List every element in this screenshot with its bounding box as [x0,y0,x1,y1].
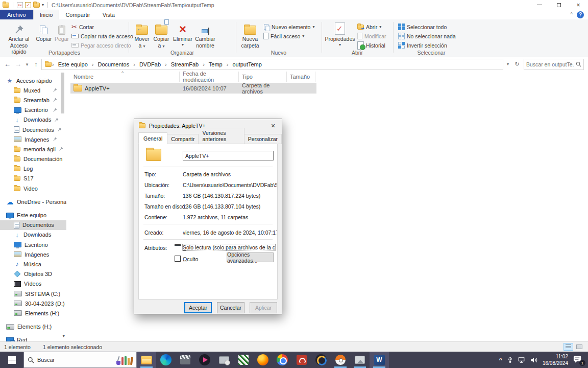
sidebar-item-videos[interactable]: Vídeos [0,279,66,289]
clock[interactable]: 11:02 16/08/2024 [543,353,568,366]
taskbar-vnc[interactable] [234,352,253,368]
taskbar-clapper-app[interactable] [176,352,195,368]
cut-button[interactable]: ✂Cortar [71,22,94,31]
open-button[interactable]: Abrir▾ [357,22,381,31]
taskbar-acrobat[interactable] [292,352,311,368]
dialog-close-icon[interactable]: × [264,119,282,132]
taskbar-media-player[interactable] [195,352,214,368]
sidebar-item-log[interactable]: Log [0,164,66,174]
recent-locations-icon[interactable]: ▾ [23,59,31,70]
sidebar-item-s17[interactable]: S17 [0,174,66,183]
back-button[interactable]: ← [2,59,13,70]
sidebar-item-d-drive[interactable]: 30-04-2023 (D:) [0,298,66,308]
dialog-tab-compartir[interactable]: Compartir [167,134,199,144]
properties-shortcut-icon[interactable]: ✂ [17,2,23,8]
sidebar-onedrive[interactable]: ☁OneDrive - Personal [0,197,66,206]
move-to-button[interactable]: ← Mover a ▾ [133,21,151,49]
edit-button[interactable]: Modificar [357,32,386,40]
select-none-button[interactable]: No seleccionar nada [398,32,456,40]
sidebar-this-pc[interactable]: Este equipo [0,210,66,220]
new-folder-button[interactable]: Nuevacarpeta [240,21,260,49]
sidebar-item-escritorio[interactable]: Escritorio [0,105,66,115]
hidden-label[interactable]: Oculto [183,256,213,262]
taskbar-remote-desktop[interactable] [214,352,234,368]
taskbar-streamfab[interactable] [331,352,350,368]
tab-vista[interactable]: Vista [96,10,121,19]
qat-dropdown-icon[interactable]: ▾ [42,3,44,7]
sidebar-item-musica[interactable]: ♪Música [0,259,66,269]
properties-shortcut-icon[interactable]: ✓ [25,2,31,8]
taskbar-firefox[interactable] [253,352,273,368]
ok-button[interactable]: Aceptar [184,302,212,313]
taskbar-search[interactable]: Buscar [23,352,137,368]
taskbar-chrome[interactable] [273,352,292,368]
properties-button[interactable]: Propiedades ▾ [326,21,354,47]
paste-button[interactable]: Pegar [53,21,70,42]
taskbar-edge[interactable] [156,352,176,368]
sidebar-quick-access[interactable]: ★Acceso rápido [0,76,66,85]
sidebar-item-sistema-c[interactable]: SISTEMA (C:) [0,289,66,298]
sidebar-item-objetos-3d[interactable]: Objetos 3D [0,269,66,279]
new-item-button[interactable]: Nuevo elemento▾ [263,22,314,31]
dialog-tab-versiones[interactable]: Versiones anteriores [199,128,244,144]
taskbar-file-explorer[interactable] [137,352,156,368]
sidebar-item-imagenes-pc[interactable]: Imágenes [0,249,66,259]
breadcrumb[interactable]: › Este equipo › Documentos › DVDFab › St… [41,59,503,70]
sidebar-item-muxed[interactable]: Muxed [0,85,66,95]
sidebar-item-memoria-agil[interactable]: memoria ágil [0,144,66,154]
sidebar-item-documentacion[interactable]: Documentación [0,154,66,164]
delete-button[interactable]: × Eliminar ▾ [173,21,193,47]
invert-selection-button[interactable]: Invertir selección [398,41,447,50]
cancel-button[interactable]: Cancelar [217,302,244,313]
column-header-type[interactable]: Tipo [239,72,287,82]
search-input[interactable] [526,61,574,67]
crumb-dvdfab[interactable]: DVDFab [136,61,164,67]
tray-expand-icon[interactable]: ^ [499,357,502,363]
taskbar-dvdfab[interactable] [311,352,331,368]
taskbar-photos[interactable] [350,352,370,368]
sidebar-scroll-down-icon[interactable]: ▾ [62,333,65,338]
start-button[interactable] [0,352,23,368]
sidebar-scrollbar-thumb[interactable] [61,73,64,113]
sidebar-item-imagenes-qa[interactable]: Imágenes [0,134,66,144]
up-button[interactable]: ↑ [31,59,41,70]
sidebar-item-escritorio-pc[interactable]: Escritorio [0,240,66,249]
dialog-tab-personalizar[interactable]: Personalizar [244,134,282,144]
crumb-este-equipo[interactable]: Este equipo [55,61,91,67]
thumbnails-view-button[interactable] [574,343,584,351]
folder-name-input[interactable] [183,151,274,160]
sidebar-network[interactable]: Red [0,335,66,341]
refresh-icon[interactable]: ↻ [512,59,522,70]
new-folder-shortcut-icon[interactable] [33,3,40,8]
select-all-button[interactable]: Seleccionar todo [398,22,447,31]
sidebar-item-elements-h[interactable]: Elements (H:) [0,308,66,318]
sidebar-elements-drive[interactable]: Elements (H:) [0,322,66,332]
sidebar-item-downloads-pc[interactable]: ↓Downloads [0,230,66,240]
address-dropdown-icon[interactable]: ▾ [503,59,512,70]
action-center-icon[interactable]: 1 [573,355,584,365]
history-button[interactable]: Historial [357,41,385,50]
rename-button[interactable]: Cambiarnombre [194,21,216,49]
sidebar-item-documentos[interactable]: Documentos [0,220,66,230]
forward-button[interactable]: → [13,59,23,70]
sidebar-item-downloads[interactable]: ↓Downloads [0,115,66,125]
volume-icon[interactable] [530,357,538,363]
details-view-button[interactable] [564,343,573,351]
readonly-checkbox[interactable] [175,244,181,246]
hidden-checkbox[interactable] [175,256,181,262]
help-icon[interactable]: ? [577,11,584,18]
sidebar-item-documentos-qa[interactable]: Documentos [0,125,66,134]
readonly-label[interactable]: Solo lectura (solo para archivos de la c… [183,244,275,250]
collapse-ribbon-icon[interactable]: ^ [570,12,573,17]
tab-compartir[interactable]: Compartir [59,10,96,19]
crumb-streamfab[interactable]: StreamFab [167,61,202,67]
column-header-modified[interactable]: Fecha de modificación [180,72,239,82]
restore-button[interactable] [549,0,569,10]
copy-button[interactable]: Copiar [35,21,53,42]
search-box[interactable] [524,59,584,70]
easy-access-button[interactable]: Fácil acceso▾ [263,32,304,40]
taskbar-word[interactable]: W [370,352,389,368]
copy-path-button[interactable]: Copiar ruta de acceso [71,32,133,40]
tab-inicio[interactable]: Inicio [33,10,60,19]
tab-archivo[interactable]: Archivo [0,10,33,19]
